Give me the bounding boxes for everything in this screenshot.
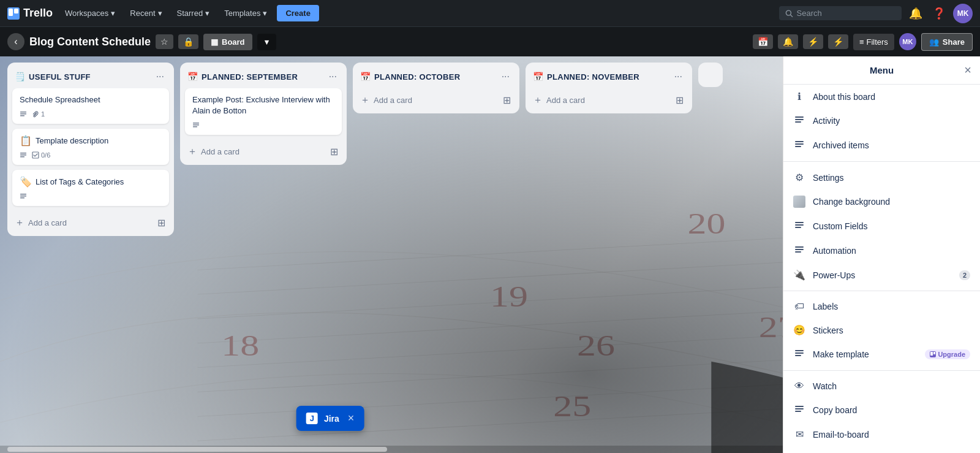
svg-rect-33 — [795, 119, 804, 120]
board-nav-back[interactable]: ‹ — [7, 33, 24, 50]
create-button[interactable]: Create — [277, 5, 318, 21]
svg-rect-39 — [795, 224, 804, 226]
email-icon: ✉ — [793, 428, 805, 440]
svg-rect-44 — [795, 350, 804, 351]
list-menu-september[interactable]: ··· — [326, 69, 339, 85]
avatar[interactable]: MK — [953, 4, 973, 23]
notifications-board-button[interactable]: 🔔 — [778, 34, 798, 49]
board-scrollbar-thumb[interactable] — [7, 447, 387, 452]
trello-logo[interactable]: Trello — [7, 7, 53, 20]
list-icon-november: 📅 — [533, 72, 543, 82]
filters-button[interactable]: ≡ Filters — [853, 34, 894, 50]
help-button[interactable]: ❓ — [930, 6, 948, 21]
calendar-button[interactable]: 📅 — [753, 34, 773, 49]
menu-item-custom-fields[interactable]: Custom Fields — [783, 214, 980, 238]
list-icon-useful-stuff: 🗒️ — [15, 72, 25, 82]
menu-item-label: Archived items — [813, 140, 970, 150]
card-footer — [192, 121, 334, 129]
menu-divider-1 — [783, 161, 980, 162]
menu-item-watch[interactable]: 👁 Watch — [783, 375, 980, 398]
board-visibility-button[interactable]: 🔒 — [178, 34, 198, 49]
board-scrollbar[interactable] — [0, 446, 783, 453]
board-title: Blog Content Schedule — [29, 36, 151, 48]
board-view-button[interactable]: ▦ Board — [203, 34, 252, 50]
svg-rect-51 — [795, 408, 804, 409]
list-planned-october: 📅 PLANNED: OCTOBER ··· ＋ Add a card ⊞ — [353, 63, 519, 113]
svg-rect-41 — [795, 246, 804, 248]
menu-item-email-board[interactable]: ✉ Email-to-board — [783, 422, 980, 446]
description-icon — [192, 121, 200, 129]
svg-rect-49 — [933, 352, 935, 354]
svg-rect-26 — [20, 194, 26, 195]
menu-item-about[interactable]: ℹ About this board — [783, 85, 980, 108]
share-button[interactable]: 👥 Share — [921, 33, 973, 51]
list-header-useful-stuff: 🗒️ USEFUL STUFF ··· — [7, 63, 174, 88]
svg-rect-29 — [193, 123, 199, 124]
card-list-tags[interactable]: ✎ 🏷️ List of Tags & Categories — [12, 170, 169, 206]
list-menu-november[interactable]: ··· — [672, 69, 685, 85]
add-card-september[interactable]: ＋ Add a card ⊞ — [180, 140, 347, 165]
upgrade-badge[interactable]: Upgrade — [925, 349, 970, 359]
trello-mini-icon — [930, 351, 936, 357]
menu-close-button[interactable]: × — [963, 62, 973, 78]
menu-item-label: Labels — [813, 302, 970, 311]
list-menu-useful-stuff[interactable]: ··· — [154, 69, 167, 85]
menu-item-stickers[interactable]: 😊 Stickers — [783, 318, 980, 342]
customize-view-button[interactable]: ▾ — [257, 34, 276, 50]
menu-item-make-template[interactable]: Make template Upgrade — [783, 342, 980, 367]
activity-icon — [793, 115, 805, 127]
templates-menu[interactable]: Templates ▾ — [219, 6, 272, 20]
top-navigation: Trello Workspaces ▾ Recent ▾ Starred ▾ T… — [0, 0, 980, 27]
menu-item-power-ups[interactable]: 🔌 Power-Ups 2 — [783, 263, 980, 287]
menu-item-background[interactable]: Change background — [783, 189, 980, 214]
starred-menu[interactable]: Starred ▾ — [172, 6, 215, 20]
create-card-button[interactable]: ⊞ — [329, 145, 339, 159]
card-schedule-spreadsheet[interactable]: ✎ Schedule Spreadsheet 1 — [12, 88, 169, 124]
background-icon — [793, 196, 805, 208]
menu-item-print-export[interactable]: Print, export, and share — [783, 446, 980, 453]
svg-line-4 — [791, 15, 793, 17]
board-member-avatar[interactable]: MK — [899, 33, 916, 50]
add-card-november[interactable]: ＋ Add a card ⊞ — [526, 88, 692, 113]
labels-icon: 🏷 — [793, 301, 805, 312]
card-template-description[interactable]: ✎ 📋 Template description 0/6 — [12, 129, 169, 165]
menu-divider-3 — [783, 370, 980, 371]
create-card-button[interactable]: ⊞ — [156, 216, 167, 230]
jira-popup[interactable]: J Jira × — [296, 406, 364, 431]
list-cards-useful-stuff: ✎ Schedule Spreadsheet 1 ✎ — [7, 88, 174, 211]
card-example-post[interactable]: ✎ Example Post: Exclusive Interview with… — [185, 88, 342, 135]
menu-title: Menu — [870, 65, 894, 75]
create-card-button[interactable]: ⊞ — [502, 93, 512, 107]
create-card-button[interactable]: ⊞ — [674, 93, 685, 107]
menu-item-activity[interactable]: Activity — [783, 108, 980, 133]
checklist-icon — [32, 151, 39, 159]
star-board-button[interactable]: ☆ — [156, 34, 173, 49]
svg-rect-48 — [930, 352, 933, 356]
description-icon — [20, 110, 27, 118]
card-lines-icon — [20, 110, 27, 118]
search-bar[interactable] — [779, 6, 902, 20]
menu-item-automation[interactable]: Automation — [783, 238, 980, 263]
board-area: 18 19 20 25 26 27 🗒️ — [0, 56, 980, 453]
recent-menu[interactable]: Recent ▾ — [125, 6, 167, 20]
add-card-october[interactable]: ＋ Add a card ⊞ — [353, 88, 519, 113]
add-card-icon: ＋ — [360, 94, 370, 107]
menu-item-label: Automation — [813, 246, 970, 256]
make-template-icon — [793, 348, 805, 360]
workspaces-menu[interactable]: Workspaces ▾ — [60, 6, 120, 20]
list-menu-october[interactable]: ··· — [499, 69, 512, 85]
jira-close-button[interactable]: × — [345, 412, 355, 425]
menu-item-label: Stickers — [813, 325, 970, 335]
power-ups-button[interactable]: ⚡ — [803, 34, 823, 49]
svg-rect-2 — [14, 9, 18, 13]
list-header-november: 📅 PLANNED: NOVEMBER ··· — [526, 63, 692, 88]
svg-rect-30 — [193, 124, 199, 126]
add-card-useful-stuff[interactable]: ＋ Add a card ⊞ — [7, 211, 174, 236]
notifications-button[interactable]: 🔔 — [907, 6, 925, 21]
menu-item-settings[interactable]: ⚙ Settings — [783, 166, 980, 189]
menu-item-labels[interactable]: 🏷 Labels — [783, 295, 980, 318]
search-input[interactable] — [797, 9, 895, 18]
menu-item-archived[interactable]: Archived items — [783, 133, 980, 158]
automation-button[interactable]: ⚡ — [828, 34, 848, 49]
menu-item-copy-board[interactable]: Copy board — [783, 398, 980, 422]
